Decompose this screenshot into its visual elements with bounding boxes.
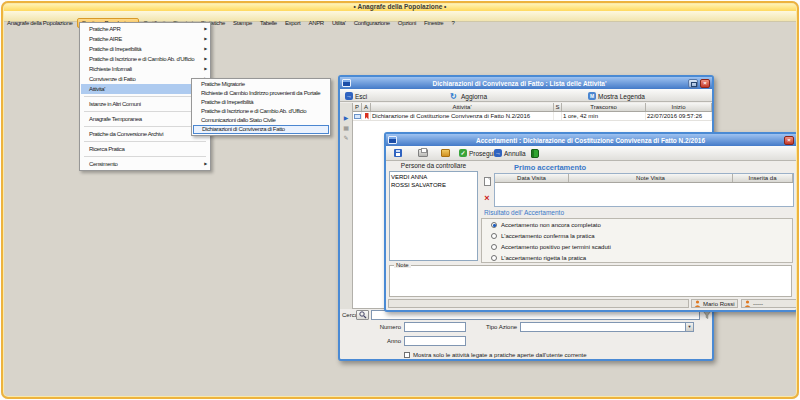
table-row[interactable]: Dichiarazione di Costituzione Convivenza… [353,112,712,121]
window2-titlebar[interactable]: Accertamenti : Dichiarazione di Costituz… [386,134,796,146]
menubar-item-export[interactable]: Export [281,18,305,28]
filter-checkbox-label: Mostra solo le attività legate a pratich… [413,350,587,360]
radio-label[interactable]: Accertamento non ancora completato [501,221,601,229]
menubar-item-stampe[interactable]: Stampe [229,18,256,28]
col-header-note-visita[interactable]: Note Visita [569,174,733,182]
attivita-submenu: Pratiche Migratorie Richieste di Cambio … [191,78,331,136]
tipo-azione-select[interactable]: ▼ [520,322,694,332]
menu-item-pratiche-irreperibilita[interactable]: Pratiche di Irreperibilità [81,44,209,54]
col-header-attivita[interactable]: Attivita' [371,103,554,111]
menu-item-pratiche-iscrizione[interactable]: Pratiche di Iscrizione e di Cambio Ab. d… [81,54,209,64]
app-titlebar[interactable]: • Anagrafe della Popolazione • [3,3,797,11]
radio-rigetta[interactable] [491,255,497,261]
prosegui-button[interactable]: ✓ Prosegui [459,148,495,158]
new-visit-icon[interactable] [484,177,491,186]
submenu-item-pratiche-migratorie[interactable]: Pratiche Migratorie [193,80,329,89]
print-button[interactable] [418,148,428,158]
submenu-item-comunicazioni-stato-civile[interactable]: Comunicazioni dallo Stato Civile [193,116,329,125]
radio-label[interactable]: Accertamento positivo per termini scadut… [501,243,611,251]
note-label: Note [394,262,411,268]
menu-item-pratiche-conversione-archivi[interactable]: Pratiche da Conversione Archivi [81,129,209,139]
menu-item-attivita[interactable]: Attivita' [81,84,209,94]
archive-button[interactable] [441,148,450,158]
exit-icon: → [345,92,353,100]
menu-separator [84,96,206,97]
row-s [554,112,562,120]
legend-icon: M [588,92,596,100]
close-button[interactable]: × [784,136,794,145]
menu-item-censimento[interactable]: Censimento [81,159,209,169]
guide-button[interactable] [531,148,539,158]
annulla-button[interactable]: → Annulla [494,148,526,158]
col-header-inizio[interactable]: Inizio [646,103,712,111]
submenu-item-dichiarazioni-convivenza[interactable]: Dichiarazioni di Convivenza di Fatto [193,125,329,134]
menubar-item-configurazione[interactable]: Configurazione [350,18,394,28]
col-header-s[interactable]: S [554,103,562,111]
numero-input[interactable] [404,322,466,332]
delete-visit-icon[interactable]: × [481,193,493,203]
menubar-item-finestre[interactable]: Finestre [420,18,447,28]
radio-non-completato[interactable] [491,222,497,228]
submenu-item-richieste-cambio-indirizzo[interactable]: Richieste di Cambio Indirizzo provenient… [193,89,329,98]
funnel-icon [703,311,711,319]
menu-separator [84,126,206,127]
search-icon [359,311,367,319]
window-accertamenti: Accertamenti : Dichiarazione di Costituz… [384,132,798,312]
menubar-item-utilita[interactable]: Utilita' [328,18,350,28]
numero-label: Numero [360,322,401,332]
window1-titlebar[interactable]: Dichiarazioni di Convivenza di Fatto : L… [340,77,712,89]
list-item[interactable]: ROSSI SALVATORE [391,181,476,189]
col-header-a[interactable]: A [362,103,371,111]
risultato-groupbox: Accertamento non ancora completato L'acc… [481,218,793,263]
radio-label[interactable]: L'accertamento rigetta la pratica [501,254,586,262]
persone-label: Persone da controllare [389,162,478,169]
list-item[interactable]: VERDI ANNA [391,173,476,181]
menubar-item-opzioni[interactable]: Opzioni [394,18,420,28]
radio-label[interactable]: L'accertamento conferma la pratica [501,232,595,240]
col-header-inserita-da[interactable]: Inserita da [733,174,793,182]
persone-list[interactable]: VERDI ANNA ROSSI SALVATORE [389,171,478,261]
col-header-data-visita[interactable]: Data Visita [495,174,569,182]
esci-button[interactable]: → Esci [345,91,367,101]
primo-accertamento-header: Primo accertamento [514,163,586,172]
save-button[interactable] [394,148,402,158]
menu-item-ricerca-pratica[interactable]: Ricerca Pratica [81,144,209,154]
prosegui-label: Prosegui [469,150,495,157]
filter-checkbox[interactable] [404,352,410,358]
menubar-item-tabelle[interactable]: Tabelle [256,18,281,28]
refresh-icon: ↻ [450,92,459,101]
note-textarea[interactable] [389,265,792,297]
menubar: Anagrafe della PopolazioneGestione Popol… [3,11,797,22]
radio-conferma[interactable] [491,233,497,239]
menubar-item-anpr[interactable]: ANPR [304,18,327,28]
edit-tool-icon[interactable]: ✎ [340,133,352,143]
anno-input[interactable] [404,336,466,346]
menu-item-istanze-altri-comuni[interactable]: Istanze in Altri Comuni [81,99,209,109]
submenu-item-pratiche-iscrizione[interactable]: Pratiche di Iscrizione e di Cambio Ab. d… [193,107,329,116]
screen: • Anagrafe della Popolazione • Anagrafe … [0,0,800,400]
anno-label: Anno [360,336,401,346]
window2-title: Accertamenti : Dichiarazione di Costituz… [397,137,784,144]
mostra-legenda-button[interactable]: M Mostra Legenda [588,91,645,101]
menu-item-pratiche-aire[interactable]: Pratiche AIRE [81,34,209,44]
grid-tool-icon[interactable]: ▦ [340,123,352,133]
menubar-item-help[interactable]: ? [447,18,458,28]
menu-item-convivenze-di-fatto[interactable]: Convivenze di Fatto [81,74,209,84]
esci-label: Esci [355,93,367,100]
menu-item-anagrafe-temporanea[interactable]: Anagrafe Temporanea [81,114,209,124]
radio-positivo-termini[interactable] [491,244,497,250]
search-icon-button[interactable] [356,310,369,320]
close-button[interactable]: × [700,79,710,88]
aggiorna-button[interactable]: ↻ Aggiorna [450,91,487,101]
mostra-legenda-label: Mostra Legenda [598,93,645,100]
menu-item-pratiche-apr[interactable]: Pratiche APR [81,24,209,34]
col-header-trascorso[interactable]: Trascorso [562,103,646,111]
visite-table-header: Data Visita Note Visita Inserita da [495,174,793,183]
submenu-item-pratiche-irreperibilita[interactable]: Pratiche di Irreperibilità [193,98,329,107]
menu-item-richieste-informali[interactable]: Richieste Informali [81,64,209,74]
chevron-down-icon[interactable]: ▼ [685,323,693,331]
window2-toolbar: ✓ Prosegui → Annulla [386,146,796,161]
restore-button[interactable] [688,79,698,88]
menubar-item-anagrafe[interactable]: Anagrafe della Popolazione [3,18,77,28]
col-header-p[interactable]: P [353,103,362,111]
